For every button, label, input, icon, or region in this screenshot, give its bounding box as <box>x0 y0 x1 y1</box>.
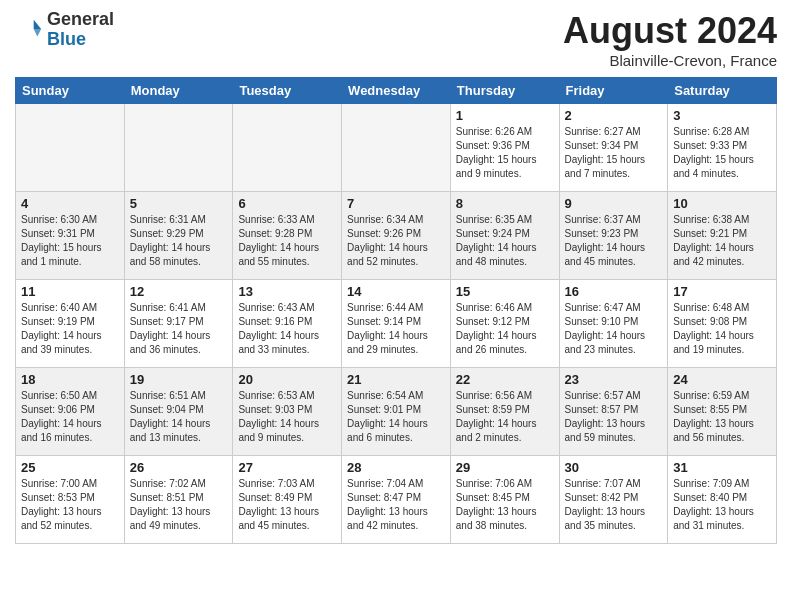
calendar-cell <box>342 104 451 192</box>
day-number: 28 <box>347 460 445 475</box>
calendar-cell: 17Sunrise: 6:48 AM Sunset: 9:08 PM Dayli… <box>668 280 777 368</box>
day-info: Sunrise: 7:06 AM Sunset: 8:45 PM Dayligh… <box>456 477 554 533</box>
day-number: 15 <box>456 284 554 299</box>
day-number: 2 <box>565 108 663 123</box>
day-number: 12 <box>130 284 228 299</box>
calendar-cell: 24Sunrise: 6:59 AM Sunset: 8:55 PM Dayli… <box>668 368 777 456</box>
month-year-title: August 2024 <box>563 10 777 52</box>
day-info: Sunrise: 6:59 AM Sunset: 8:55 PM Dayligh… <box>673 389 771 445</box>
location-subtitle: Blainville-Crevon, France <box>563 52 777 69</box>
calendar-cell: 26Sunrise: 7:02 AM Sunset: 8:51 PM Dayli… <box>124 456 233 544</box>
day-info: Sunrise: 6:47 AM Sunset: 9:10 PM Dayligh… <box>565 301 663 357</box>
col-header-monday: Monday <box>124 78 233 104</box>
col-header-wednesday: Wednesday <box>342 78 451 104</box>
day-info: Sunrise: 7:07 AM Sunset: 8:42 PM Dayligh… <box>565 477 663 533</box>
calendar-cell: 27Sunrise: 7:03 AM Sunset: 8:49 PM Dayli… <box>233 456 342 544</box>
day-info: Sunrise: 6:46 AM Sunset: 9:12 PM Dayligh… <box>456 301 554 357</box>
day-info: Sunrise: 6:54 AM Sunset: 9:01 PM Dayligh… <box>347 389 445 445</box>
calendar-cell: 22Sunrise: 6:56 AM Sunset: 8:59 PM Dayli… <box>450 368 559 456</box>
day-info: Sunrise: 7:00 AM Sunset: 8:53 PM Dayligh… <box>21 477 119 533</box>
day-number: 18 <box>21 372 119 387</box>
day-info: Sunrise: 6:28 AM Sunset: 9:33 PM Dayligh… <box>673 125 771 181</box>
calendar-cell: 7Sunrise: 6:34 AM Sunset: 9:26 PM Daylig… <box>342 192 451 280</box>
day-info: Sunrise: 6:56 AM Sunset: 8:59 PM Dayligh… <box>456 389 554 445</box>
calendar-cell: 20Sunrise: 6:53 AM Sunset: 9:03 PM Dayli… <box>233 368 342 456</box>
col-header-thursday: Thursday <box>450 78 559 104</box>
day-info: Sunrise: 6:53 AM Sunset: 9:03 PM Dayligh… <box>238 389 336 445</box>
day-number: 24 <box>673 372 771 387</box>
calendar-cell: 29Sunrise: 7:06 AM Sunset: 8:45 PM Dayli… <box>450 456 559 544</box>
day-info: Sunrise: 6:37 AM Sunset: 9:23 PM Dayligh… <box>565 213 663 269</box>
day-number: 7 <box>347 196 445 211</box>
day-info: Sunrise: 6:48 AM Sunset: 9:08 PM Dayligh… <box>673 301 771 357</box>
logo-text: General Blue <box>47 10 114 50</box>
calendar-cell: 18Sunrise: 6:50 AM Sunset: 9:06 PM Dayli… <box>16 368 125 456</box>
col-header-saturday: Saturday <box>668 78 777 104</box>
logo-blue-text: Blue <box>47 30 114 50</box>
day-number: 30 <box>565 460 663 475</box>
calendar-cell: 9Sunrise: 6:37 AM Sunset: 9:23 PM Daylig… <box>559 192 668 280</box>
day-info: Sunrise: 6:33 AM Sunset: 9:28 PM Dayligh… <box>238 213 336 269</box>
day-info: Sunrise: 6:41 AM Sunset: 9:17 PM Dayligh… <box>130 301 228 357</box>
calendar-cell: 10Sunrise: 6:38 AM Sunset: 9:21 PM Dayli… <box>668 192 777 280</box>
day-number: 13 <box>238 284 336 299</box>
calendar-cell: 6Sunrise: 6:33 AM Sunset: 9:28 PM Daylig… <box>233 192 342 280</box>
calendar-week-row: 25Sunrise: 7:00 AM Sunset: 8:53 PM Dayli… <box>16 456 777 544</box>
day-info: Sunrise: 6:44 AM Sunset: 9:14 PM Dayligh… <box>347 301 445 357</box>
calendar-cell: 3Sunrise: 6:28 AM Sunset: 9:33 PM Daylig… <box>668 104 777 192</box>
day-number: 29 <box>456 460 554 475</box>
day-info: Sunrise: 7:03 AM Sunset: 8:49 PM Dayligh… <box>238 477 336 533</box>
calendar-cell: 16Sunrise: 6:47 AM Sunset: 9:10 PM Dayli… <box>559 280 668 368</box>
day-number: 3 <box>673 108 771 123</box>
calendar-cell: 1Sunrise: 6:26 AM Sunset: 9:36 PM Daylig… <box>450 104 559 192</box>
calendar-cell: 28Sunrise: 7:04 AM Sunset: 8:47 PM Dayli… <box>342 456 451 544</box>
calendar-week-row: 4Sunrise: 6:30 AM Sunset: 9:31 PM Daylig… <box>16 192 777 280</box>
day-info: Sunrise: 6:34 AM Sunset: 9:26 PM Dayligh… <box>347 213 445 269</box>
header: General Blue August 2024 Blainville-Crev… <box>15 10 777 69</box>
day-info: Sunrise: 6:51 AM Sunset: 9:04 PM Dayligh… <box>130 389 228 445</box>
calendar-week-row: 1Sunrise: 6:26 AM Sunset: 9:36 PM Daylig… <box>16 104 777 192</box>
day-number: 10 <box>673 196 771 211</box>
day-number: 16 <box>565 284 663 299</box>
col-header-friday: Friday <box>559 78 668 104</box>
day-number: 20 <box>238 372 336 387</box>
calendar-cell: 8Sunrise: 6:35 AM Sunset: 9:24 PM Daylig… <box>450 192 559 280</box>
calendar-header-row: SundayMondayTuesdayWednesdayThursdayFrid… <box>16 78 777 104</box>
calendar-cell: 23Sunrise: 6:57 AM Sunset: 8:57 PM Dayli… <box>559 368 668 456</box>
day-number: 17 <box>673 284 771 299</box>
day-info: Sunrise: 6:38 AM Sunset: 9:21 PM Dayligh… <box>673 213 771 269</box>
day-info: Sunrise: 6:43 AM Sunset: 9:16 PM Dayligh… <box>238 301 336 357</box>
logo: General Blue <box>15 10 114 50</box>
col-header-sunday: Sunday <box>16 78 125 104</box>
day-number: 22 <box>456 372 554 387</box>
calendar-cell: 30Sunrise: 7:07 AM Sunset: 8:42 PM Dayli… <box>559 456 668 544</box>
day-number: 6 <box>238 196 336 211</box>
day-number: 1 <box>456 108 554 123</box>
title-area: August 2024 Blainville-Crevon, France <box>563 10 777 69</box>
svg-marker-1 <box>34 29 41 36</box>
svg-marker-0 <box>34 20 41 29</box>
day-number: 19 <box>130 372 228 387</box>
day-info: Sunrise: 6:40 AM Sunset: 9:19 PM Dayligh… <box>21 301 119 357</box>
day-info: Sunrise: 6:27 AM Sunset: 9:34 PM Dayligh… <box>565 125 663 181</box>
calendar-cell: 15Sunrise: 6:46 AM Sunset: 9:12 PM Dayli… <box>450 280 559 368</box>
day-number: 11 <box>21 284 119 299</box>
day-number: 8 <box>456 196 554 211</box>
calendar-cell: 25Sunrise: 7:00 AM Sunset: 8:53 PM Dayli… <box>16 456 125 544</box>
day-number: 31 <box>673 460 771 475</box>
day-info: Sunrise: 7:04 AM Sunset: 8:47 PM Dayligh… <box>347 477 445 533</box>
day-info: Sunrise: 6:26 AM Sunset: 9:36 PM Dayligh… <box>456 125 554 181</box>
day-info: Sunrise: 6:30 AM Sunset: 9:31 PM Dayligh… <box>21 213 119 269</box>
logo-icon <box>15 16 43 44</box>
calendar-cell: 13Sunrise: 6:43 AM Sunset: 9:16 PM Dayli… <box>233 280 342 368</box>
day-number: 4 <box>21 196 119 211</box>
day-info: Sunrise: 6:50 AM Sunset: 9:06 PM Dayligh… <box>21 389 119 445</box>
day-number: 5 <box>130 196 228 211</box>
calendar-cell: 4Sunrise: 6:30 AM Sunset: 9:31 PM Daylig… <box>16 192 125 280</box>
calendar-cell: 19Sunrise: 6:51 AM Sunset: 9:04 PM Dayli… <box>124 368 233 456</box>
calendar-cell: 5Sunrise: 6:31 AM Sunset: 9:29 PM Daylig… <box>124 192 233 280</box>
day-info: Sunrise: 7:02 AM Sunset: 8:51 PM Dayligh… <box>130 477 228 533</box>
day-number: 9 <box>565 196 663 211</box>
day-info: Sunrise: 7:09 AM Sunset: 8:40 PM Dayligh… <box>673 477 771 533</box>
day-number: 26 <box>130 460 228 475</box>
